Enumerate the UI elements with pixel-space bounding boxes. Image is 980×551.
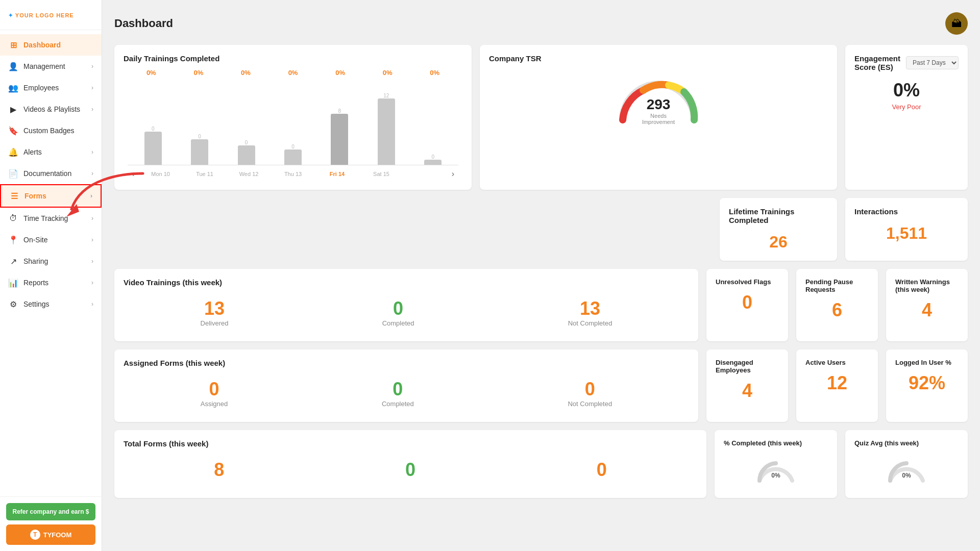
pending-value: 6 [805,299,869,321]
daily-trainings-card: Daily Trainings Completed 0% 0% 0% 0% 0%… [114,45,472,190]
chevron-icon: › [91,84,93,91]
row-2: Lifetime Trainings Completed 26 Interact… [114,198,968,261]
pct-0: 0% [128,69,175,77]
bar-0: 0 [130,79,176,165]
quiz-gauge-svg: 0% [886,458,927,484]
chevron-icon: › [90,192,92,199]
sidebar-item-videos[interactable]: ▶ Videos & Playlists › [0,98,102,120]
employees-icon: 👥 [8,83,18,93]
page-title: Dashboard [114,17,173,30]
chart-nav: ‹ Mon 10 Tue 11 Wed 12 Thu 13 Fri 14 Sat… [128,167,458,181]
svg-point-0 [654,83,659,88]
total-val-1: 8 [214,459,224,481]
engagement-status: Very Poor [854,103,959,111]
video-delivered: 13 Delivered [201,298,229,327]
main-content: Dashboard 🏔 Daily Trainings Completed 0%… [102,0,980,551]
engagement-filter[interactable]: Past 7 Days [906,56,959,69]
chevron-icon: › [91,236,93,243]
total-forms-title: Total Forms (this week) [124,439,697,448]
avatar[interactable]: 🏔 [945,12,968,35]
day-6 [403,171,447,177]
chevron-icon: › [91,279,93,286]
day-5: Sat 15 [359,171,403,177]
sidebar-item-management[interactable]: 👤 Management › [0,56,102,77]
quiz-avg-card: Quiz Avg (this week) 0% [845,430,968,498]
tyfoom-button[interactable]: T TYFOOM [6,524,95,545]
tsr-title: Company TSR [489,54,828,63]
sidebar-item-label: Custom Badges [23,127,75,135]
bar-2: 0 [223,79,270,165]
chart-pcts: 0% 0% 0% 0% 0% 0% 0% [128,69,458,77]
sidebar-item-documentation[interactable]: 📄 Documentation › [0,163,102,184]
quiz-gauge: 0% [854,453,959,489]
sidebar-item-reports[interactable]: 📊 Reports › [0,272,102,293]
video-stats: 13 Delivered 0 Completed 13 Not Complete… [124,293,689,332]
tsr-number: 293 [635,96,681,113]
sidebar-item-on-site[interactable]: 📍 On-Site › [0,229,102,251]
gauge-container: 293 Needs Improvement [612,74,704,125]
sidebar-item-employees[interactable]: 👥 Employees › [0,77,102,98]
not-completed-value: 13 [568,298,612,319]
pending-pause-card: Pending Pause Requests 6 [796,269,878,341]
sidebar-item-dashboard[interactable]: ⊞ Dashboard [0,34,102,56]
total-col-1: 8 [214,459,224,481]
unresolved-value: 0 [716,292,779,313]
form-not-completed-col: 0 Not Completed [568,379,612,408]
delivered-value: 13 [201,298,229,319]
alerts-icon: 🔔 [8,147,18,157]
svg-text:0%: 0% [771,472,780,479]
assigned-stats: 0 Assigned 0 Completed 0 Not Completed [124,373,689,413]
company-tsr-card: Company TSR [480,45,837,190]
chart-prev-button[interactable]: ‹ [128,167,138,181]
sidebar-item-label: Settings [23,300,50,308]
sidebar-item-custom-badges[interactable]: 🔖 Custom Badges [0,120,102,141]
day-1: Tue 11 [183,171,227,177]
total-forms-card: Total Forms (this week) 8 0 0 [114,430,706,498]
form-completed-value: 0 [382,379,414,400]
form-completed-label: Completed [382,400,414,408]
day-4: Fri 14 [315,171,359,177]
sidebar-item-label: Videos & Playlists [23,105,80,113]
chevron-icon: › [91,106,93,113]
sidebar-item-label: Dashboard [23,41,61,49]
sidebar-item-label: Time Tracking [23,214,68,222]
chart-next-button[interactable]: › [448,167,458,181]
row-1: Daily Trainings Completed 0% 0% 0% 0% 0%… [114,45,968,190]
bar-rect-1 [191,139,208,165]
video-trainings-card: Video Trainings (this week) 13 Delivered… [114,269,698,341]
total-val-2: 0 [405,459,415,481]
interactions-card: Interactions 1,511 [845,198,968,261]
pending-title: Pending Pause Requests [805,278,869,293]
sidebar-nav: ⊞ Dashboard 👤 Management › 👥 Employees ›… [0,30,102,496]
disengaged-card: Disengaged Employees 4 [706,349,788,422]
pct-2: 0% [222,69,270,77]
sidebar-item-forms[interactable]: ☰ Forms › [0,184,102,208]
sidebar-item-time-tracking[interactable]: ⏱ Time Tracking › [0,208,102,229]
form-not-completed-value: 0 [568,379,612,400]
sidebar-item-alerts[interactable]: 🔔 Alerts › [0,141,102,163]
on-site-icon: 📍 [8,235,18,245]
active-users-card: Active Users 12 [796,349,878,422]
chevron-icon: › [91,215,93,222]
total-col-2: 0 [405,459,415,481]
page-header: Dashboard 🏔 [114,12,968,35]
lifetime-card: Lifetime Trainings Completed 26 [720,198,837,261]
bar-rect-2 [238,145,255,165]
logged-in-title: Logged In User % [895,359,959,366]
warnings-title: Written Warnings (this week) [895,278,959,293]
documentation-icon: 📄 [8,168,18,179]
refer-button[interactable]: Refer company and earn $ [6,503,95,520]
row-4: Assigned Forms (this week) 0 Assigned 0 … [114,349,968,422]
sidebar-item-label: Management [23,62,65,70]
tsr-gauge: 293 Needs Improvement [489,69,828,134]
chart-area: 0% 0% 0% 0% 0% 0% 0% 0 [124,69,462,181]
sidebar-item-settings[interactable]: ⚙ Settings › [0,293,102,315]
completed-label: Completed [382,319,414,327]
pct-completed-title: % Completed (this week) [724,439,828,447]
sidebar-item-sharing[interactable]: ↗ Sharing › [0,251,102,272]
warnings-value: 4 [895,299,959,321]
written-warnings-card: Written Warnings (this week) 4 [886,269,968,341]
bar-1: 0 [176,79,223,165]
active-users-title: Active Users [805,359,869,366]
engagement-title: Engagement Score (ES) [854,54,906,71]
